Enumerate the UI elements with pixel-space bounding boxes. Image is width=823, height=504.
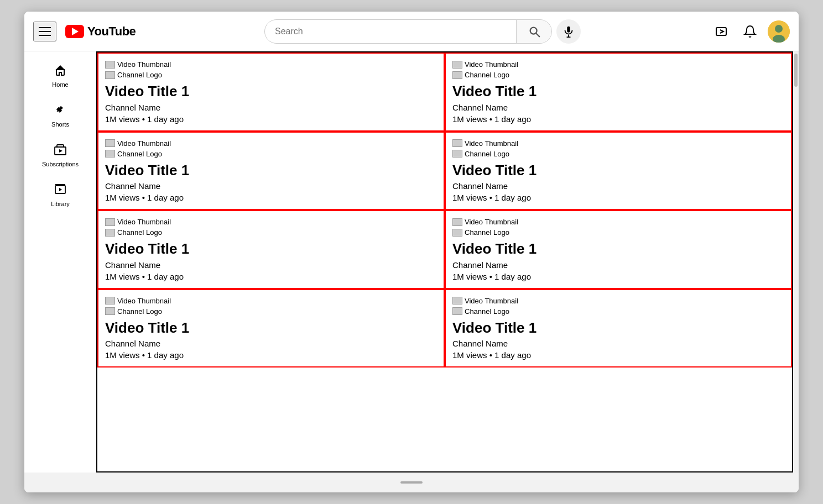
mic-icon <box>562 25 575 38</box>
video-grid: Video Thumbnail Channel Logo Video Title… <box>97 53 792 368</box>
create-button[interactable] <box>710 20 732 43</box>
youtube-text: YouTube <box>87 24 136 39</box>
shorts-icon <box>54 103 67 119</box>
video-title-5: Video Title 1 <box>452 241 784 257</box>
channel-name-5: Channel Name <box>452 260 784 270</box>
svg-rect-10 <box>57 145 64 147</box>
video-meta-3: 1M views • 1 day ago <box>452 193 784 202</box>
search-input[interactable] <box>265 27 516 36</box>
video-thumbnail-7: Video Thumbnail <box>452 297 784 305</box>
video-thumbnail-4: Video Thumbnail <box>105 218 437 226</box>
video-title-0: Video Title 1 <box>105 83 437 99</box>
svg-marker-11 <box>59 149 62 153</box>
video-card-6[interactable]: Video Thumbnail Channel Logo Video Title… <box>97 289 445 368</box>
scrollbar-track[interactable] <box>793 51 799 473</box>
youtube-icon <box>65 25 84 38</box>
channel-logo-6: Channel Logo <box>105 307 437 316</box>
video-card-5[interactable]: Video Thumbnail Channel Logo Video Title… <box>445 210 792 289</box>
hamburger-line-3 <box>39 35 51 36</box>
search-button[interactable] <box>516 19 551 44</box>
video-thumbnail-0: Video Thumbnail <box>105 60 437 69</box>
search-bar <box>264 19 552 44</box>
avatar-icon <box>768 20 790 43</box>
channel-logo-3: Channel Logo <box>452 150 784 158</box>
hamburger-line-1 <box>39 27 51 28</box>
svg-line-1 <box>536 33 539 36</box>
video-card-1[interactable]: Video Thumbnail Channel Logo Video Title… <box>445 53 792 132</box>
video-card-3[interactable]: Video Thumbnail Channel Logo Video Title… <box>445 132 792 211</box>
channel-name-1: Channel Name <box>452 103 784 112</box>
video-card-7[interactable]: Video Thumbnail Channel Logo Video Title… <box>445 289 792 368</box>
channel-name-2: Channel Name <box>105 181 437 191</box>
notifications-button[interactable] <box>739 20 761 43</box>
sidebar-label-library: Library <box>51 201 70 207</box>
body: Home Shorts Subscription <box>24 51 799 473</box>
sidebar-item-library[interactable]: Library <box>24 177 96 213</box>
video-thumbnail-3: Video Thumbnail <box>452 139 784 148</box>
video-thumbnail-6: Video Thumbnail <box>105 297 437 305</box>
video-thumbnail-5: Video Thumbnail <box>452 218 784 226</box>
svg-rect-5 <box>716 28 726 35</box>
hamburger-line-2 <box>39 31 51 32</box>
video-title-4: Video Title 1 <box>105 241 437 257</box>
main-content[interactable]: Video Thumbnail Channel Logo Video Title… <box>96 51 793 473</box>
scrollbar-thumb[interactable] <box>794 54 798 87</box>
video-title-7: Video Title 1 <box>452 320 784 336</box>
header: YouTube <box>24 12 799 51</box>
sidebar-label-home: Home <box>52 81 68 88</box>
video-meta-2: 1M views • 1 day ago <box>105 193 437 202</box>
search-icon <box>528 25 540 38</box>
channel-name-0: Channel Name <box>105 103 437 112</box>
header-right <box>701 20 790 43</box>
channel-name-4: Channel Name <box>105 260 437 270</box>
video-card-0[interactable]: Video Thumbnail Channel Logo Video Title… <box>97 53 445 132</box>
sidebar-item-home[interactable]: Home <box>24 58 96 93</box>
video-meta-5: 1M views • 1 day ago <box>452 272 784 281</box>
browser-window: YouTube <box>24 12 799 492</box>
channel-logo-5: Channel Logo <box>452 228 784 237</box>
svg-marker-13 <box>59 188 62 191</box>
sidebar-item-subscriptions[interactable]: Subscriptions <box>24 138 96 173</box>
home-icon <box>54 64 67 79</box>
video-meta-6: 1M views • 1 day ago <box>105 350 437 360</box>
channel-logo-7: Channel Logo <box>452 307 784 316</box>
sidebar-item-shorts[interactable]: Shorts <box>24 98 96 133</box>
video-meta-1: 1M views • 1 day ago <box>452 114 784 124</box>
channel-logo-1: Channel Logo <box>452 71 784 79</box>
youtube-logo[interactable]: YouTube <box>65 24 136 39</box>
channel-name-6: Channel Name <box>105 339 437 348</box>
video-meta-4: 1M views • 1 day ago <box>105 272 437 281</box>
sidebar: Home Shorts Subscription <box>24 51 96 473</box>
channel-name-7: Channel Name <box>452 339 784 348</box>
header-left: YouTube <box>33 22 144 41</box>
create-icon <box>715 25 728 38</box>
video-title-1: Video Title 1 <box>452 83 784 99</box>
video-title-3: Video Title 1 <box>452 162 784 179</box>
sidebar-label-shorts: Shorts <box>51 121 69 128</box>
svg-rect-2 <box>567 26 570 32</box>
subscriptions-icon <box>54 143 67 159</box>
video-card-4[interactable]: Video Thumbnail Channel Logo Video Title… <box>97 210 445 289</box>
sidebar-label-subscriptions: Subscriptions <box>42 161 79 167</box>
avatar[interactable] <box>768 20 790 43</box>
mic-button[interactable] <box>556 19 581 44</box>
channel-logo-2: Channel Logo <box>105 150 437 158</box>
video-meta-7: 1M views • 1 day ago <box>452 350 784 360</box>
video-thumbnail-1: Video Thumbnail <box>452 60 784 69</box>
video-meta-0: 1M views • 1 day ago <box>105 114 437 124</box>
video-title-2: Video Title 1 <box>105 162 437 179</box>
video-thumbnail-2: Video Thumbnail <box>105 139 437 148</box>
bottom-bar <box>24 473 799 492</box>
channel-logo-0: Channel Logo <box>105 71 437 79</box>
svg-point-7 <box>775 25 783 33</box>
library-icon <box>54 183 67 198</box>
bell-icon <box>743 25 757 38</box>
menu-button[interactable] <box>33 22 56 41</box>
video-title-6: Video Title 1 <box>105 320 437 336</box>
video-card-2[interactable]: Video Thumbnail Channel Logo Video Title… <box>97 132 445 211</box>
channel-logo-4: Channel Logo <box>105 228 437 237</box>
header-center <box>153 19 692 44</box>
bottom-handle <box>400 481 423 484</box>
channel-name-3: Channel Name <box>452 181 784 191</box>
